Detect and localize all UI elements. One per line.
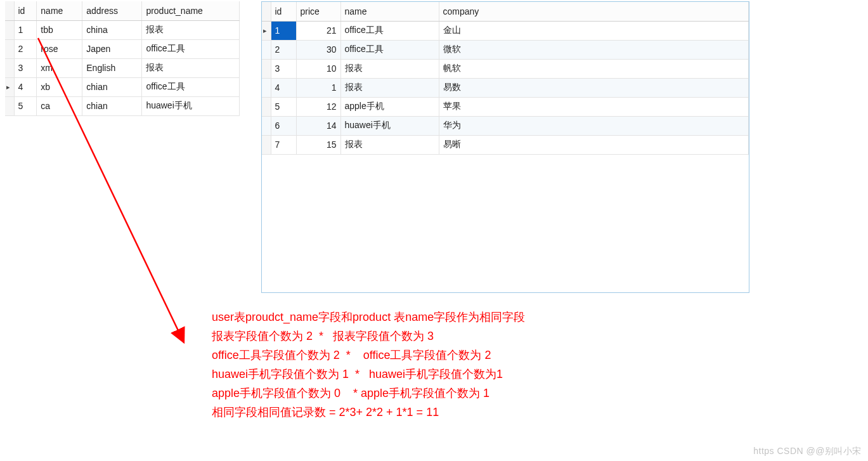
table-row[interactable]: 121office工具金山 [262,21,749,40]
annotation-line: 报表字段值个数为 2 * 报表字段值个数为 3 [212,327,525,346]
col-header-name[interactable]: name [340,2,439,21]
cell-name[interactable]: 报表 [340,59,439,78]
cell-id[interactable]: 4 [271,78,296,97]
table-row[interactable]: 41报表易数 [262,78,749,97]
annotation-text: user表proudct_name字段和product 表name字段作为相同字… [212,308,525,422]
table-row[interactable]: 1tbbchina报表 [5,20,240,39]
table-row[interactable]: 5cachianhuawei手机 [5,96,240,115]
col-header-product-name[interactable]: product_name [142,1,240,20]
table-row[interactable]: 614huawei手机华为 [262,116,749,135]
cell-company[interactable]: 易晰 [439,135,749,154]
table-header-row: id price name company [262,2,749,21]
cell-name[interactable]: huawei手机 [340,116,439,135]
cell-name[interactable]: rose [37,39,82,58]
cell-id[interactable]: 1 [14,20,37,39]
cell-name[interactable]: apple手机 [340,97,439,116]
row-gutter-header [5,1,14,20]
table-row[interactable]: 230office工具微软 [262,40,749,59]
cell-id[interactable]: 3 [14,58,37,77]
cell-price[interactable]: 12 [296,97,340,116]
annotation-line: 相同字段相同值记录数 = 2*3+ 2*2 + 1*1 = 11 [212,403,525,422]
annotation-line: apple手机字段值个数为 0 * apple手机字段值个数为 1 [212,384,525,403]
cell-id[interactable]: 2 [14,39,37,58]
cell-id[interactable]: 3 [271,59,296,78]
cell-name[interactable]: 报表 [340,78,439,97]
user-table[interactable]: id name address product_name 1tbbchina报表… [5,1,240,116]
row-gutter[interactable] [5,39,14,58]
table-row[interactable]: 512apple手机苹果 [262,97,749,116]
cell-name[interactable]: ca [37,96,82,115]
cell-company[interactable]: 微软 [439,40,749,59]
cell-name[interactable]: tbb [37,20,82,39]
table-row[interactable]: 4xbchianoffice工具 [5,77,240,96]
cell-price[interactable]: 30 [296,40,340,59]
cell-address[interactable]: china [82,20,142,39]
row-gutter[interactable] [262,21,271,40]
cell-name[interactable]: xb [37,77,82,96]
cell-product_name[interactable]: office工具 [142,77,240,96]
row-gutter[interactable] [262,78,271,97]
cell-company[interactable]: 苹果 [439,97,749,116]
cell-name[interactable]: xm [37,58,82,77]
table-header-row: id name address product_name [5,1,240,20]
annotation-line: user表proudct_name字段和product 表name字段作为相同字… [212,308,525,327]
cell-product_name[interactable]: huawei手机 [142,96,240,115]
cell-price[interactable]: 15 [296,135,340,154]
user-table-panel: id name address product_name 1tbbchina报表… [5,1,240,116]
table-row[interactable]: 3xmEnglish报表 [5,58,240,77]
cell-product_name[interactable]: office工具 [142,39,240,58]
row-gutter[interactable] [5,20,14,39]
row-gutter[interactable] [262,135,271,154]
col-header-name[interactable]: name [37,1,82,20]
cell-id[interactable]: 7 [271,135,296,154]
row-gutter[interactable] [262,97,271,116]
product-table[interactable]: id price name company 121office工具金山230of… [262,2,749,155]
cell-price[interactable]: 21 [296,21,340,40]
row-gutter[interactable] [5,77,14,96]
col-header-id[interactable]: id [271,2,296,21]
col-header-id[interactable]: id [14,1,37,20]
cell-id[interactable]: 5 [14,96,37,115]
row-gutter[interactable] [5,96,14,115]
annotation-line: huawei手机字段值个数为 1 * huawei手机字段值个数为1 [212,365,525,384]
col-header-company[interactable]: company [439,2,749,21]
cell-company[interactable]: 金山 [439,21,749,40]
row-gutter[interactable] [262,59,271,78]
cell-name[interactable]: 报表 [340,135,439,154]
watermark: https CSDN @@别叫小宋 [753,446,862,457]
table-row[interactable]: 310报表帆软 [262,59,749,78]
cell-company[interactable]: 华为 [439,116,749,135]
cell-id[interactable]: 4 [14,77,37,96]
cell-name[interactable]: office工具 [340,21,439,40]
cell-price[interactable]: 10 [296,59,340,78]
cell-id[interactable]: 6 [271,116,296,135]
cell-price[interactable]: 14 [296,116,340,135]
row-gutter[interactable] [262,40,271,59]
table-row[interactable]: 2roseJapenoffice工具 [5,39,240,58]
product-table-panel: id price name company 121office工具金山230of… [261,1,749,293]
cell-address[interactable]: Japen [82,39,142,58]
cell-id[interactable]: 5 [271,97,296,116]
cell-address[interactable]: chian [82,77,142,96]
col-header-address[interactable]: address [82,1,142,20]
col-header-price[interactable]: price [296,2,340,21]
cell-address[interactable]: chian [82,96,142,115]
cell-id[interactable]: 2 [271,40,296,59]
cell-company[interactable]: 易数 [439,78,749,97]
cell-address[interactable]: English [82,58,142,77]
row-gutter[interactable] [262,116,271,135]
cell-product_name[interactable]: 报表 [142,20,240,39]
cell-id[interactable]: 1 [271,21,296,40]
cell-name[interactable]: office工具 [340,40,439,59]
cell-product_name[interactable]: 报表 [142,58,240,77]
annotation-line: office工具字段值个数为 2 * office工具字段值个数为 2 [212,346,525,365]
table-row[interactable]: 715报表易晰 [262,135,749,154]
row-gutter[interactable] [5,58,14,77]
cell-company[interactable]: 帆软 [439,59,749,78]
cell-price[interactable]: 1 [296,78,340,97]
row-gutter-header [262,2,271,21]
